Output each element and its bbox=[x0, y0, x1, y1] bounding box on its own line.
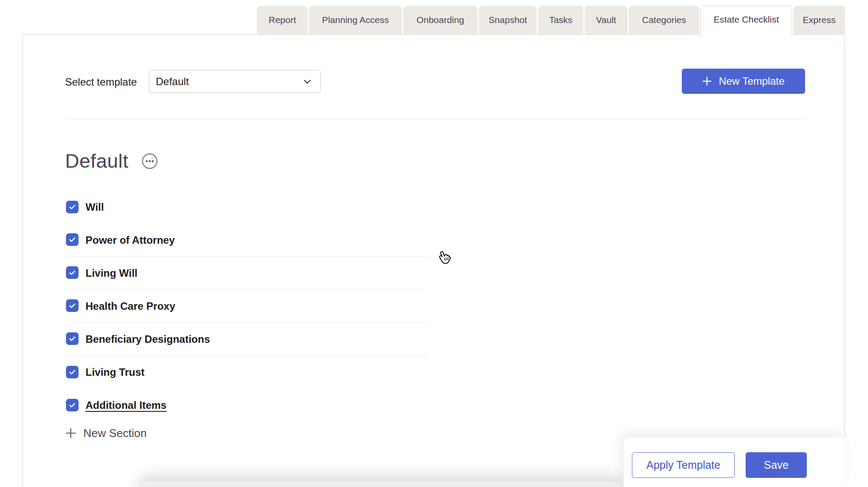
checklist-item-label: Will bbox=[85, 201, 104, 213]
next-section-card-edge bbox=[137, 481, 625, 487]
checklist-row-additional-items[interactable]: Additional Items bbox=[65, 389, 428, 422]
footer-action-bar: Apply Template Save bbox=[624, 437, 845, 487]
apply-template-button[interactable]: Apply Template bbox=[632, 452, 735, 478]
chevron-down-icon bbox=[302, 76, 312, 87]
tab-snapshot[interactable]: Snapshot bbox=[479, 6, 537, 34]
checklist-row-will[interactable]: Will bbox=[65, 191, 428, 224]
check-icon bbox=[68, 368, 76, 376]
checkbox-checked[interactable] bbox=[66, 233, 79, 246]
checkbox-checked[interactable] bbox=[66, 366, 79, 378]
checklist-item-label-link[interactable]: Additional Items bbox=[85, 399, 167, 411]
tab-categories[interactable]: Categories bbox=[629, 6, 699, 34]
checkbox-checked[interactable] bbox=[66, 201, 79, 213]
check-icon bbox=[68, 401, 76, 409]
checklist-row-power-of-attorney[interactable]: Power of Attorney bbox=[65, 224, 428, 257]
estate-checklist-page: Report Planning Access Onboarding Snapsh… bbox=[0, 0, 868, 487]
checklist-item-label: Power of Attorney bbox=[85, 234, 175, 246]
checklist: Will Power of Attorney Living Will Healt… bbox=[65, 191, 428, 422]
checklist-item-label: Living Will bbox=[85, 267, 138, 279]
tab-tasks[interactable]: Tasks bbox=[538, 6, 583, 34]
checkbox-checked[interactable] bbox=[66, 266, 79, 279]
template-title: Default bbox=[65, 150, 128, 172]
checklist-row-health-care-proxy[interactable]: Health Care Proxy bbox=[65, 290, 428, 323]
template-select[interactable]: Default bbox=[149, 70, 321, 93]
tab-label: Categories bbox=[642, 15, 686, 25]
apply-template-label: Apply Template bbox=[646, 459, 720, 471]
checklist-row-beneficiary-designations[interactable]: Beneficiary Designations bbox=[65, 323, 428, 356]
save-label: Save bbox=[764, 459, 789, 471]
tab-vault[interactable]: Vault bbox=[585, 6, 628, 34]
tab-express[interactable]: Express bbox=[793, 6, 845, 34]
new-template-button[interactable]: New Template bbox=[682, 69, 805, 94]
tab-label: Planning Access bbox=[322, 15, 389, 25]
new-template-label: New Template bbox=[719, 75, 785, 87]
checklist-item-label: Health Care Proxy bbox=[85, 300, 175, 312]
check-icon bbox=[68, 301, 76, 310]
tab-estate-checklist[interactable]: Estate Checklist bbox=[700, 6, 792, 37]
header-divider bbox=[65, 119, 805, 119]
checkbox-checked[interactable] bbox=[66, 299, 79, 312]
check-icon bbox=[68, 235, 76, 244]
ellipsis-menu-icon[interactable] bbox=[141, 153, 158, 169]
tab-label: Onboarding bbox=[417, 15, 464, 25]
new-section-button[interactable]: New Section bbox=[65, 422, 147, 444]
checklist-item-label: Beneficiary Designations bbox=[85, 333, 210, 345]
check-icon bbox=[68, 268, 76, 277]
checklist-row-living-will[interactable]: Living Will bbox=[65, 257, 428, 290]
check-icon bbox=[68, 335, 76, 343]
tab-label: Vault bbox=[596, 15, 616, 25]
check-icon bbox=[68, 203, 76, 211]
new-section-label: New Section bbox=[83, 427, 147, 440]
plus-icon bbox=[702, 76, 712, 86]
tab-report[interactable]: Report bbox=[257, 6, 308, 34]
plus-icon bbox=[65, 427, 76, 439]
tab-label: Snapshot bbox=[489, 15, 527, 25]
checklist-row-living-trust[interactable]: Living Trust bbox=[65, 356, 428, 389]
tab-label: Estate Checklist bbox=[713, 14, 779, 24]
tab-onboarding[interactable]: Onboarding bbox=[403, 6, 477, 34]
select-template-label: Select template bbox=[65, 71, 137, 93]
tab-planning-access[interactable]: Planning Access bbox=[309, 6, 402, 34]
checklist-item-label: Living Trust bbox=[85, 366, 145, 378]
tab-label: Report bbox=[269, 15, 296, 25]
save-button[interactable]: Save bbox=[746, 452, 807, 478]
checkbox-checked[interactable] bbox=[66, 399, 79, 411]
template-select-value: Default bbox=[156, 76, 189, 88]
tab-label: Express bbox=[803, 15, 836, 25]
checkbox-checked[interactable] bbox=[66, 332, 79, 345]
tab-label: Tasks bbox=[549, 15, 572, 25]
